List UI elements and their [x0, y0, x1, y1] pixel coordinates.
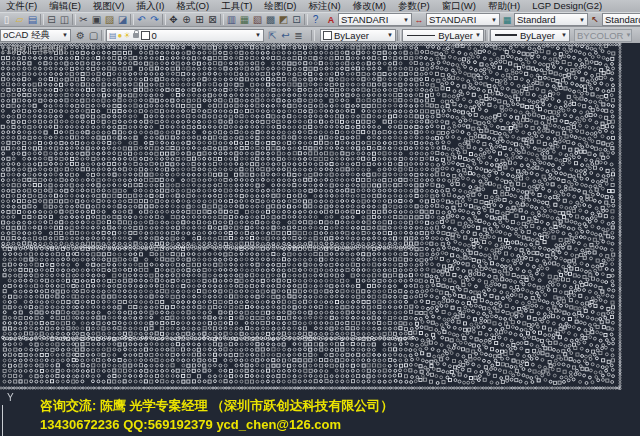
chevron-down-icon: ▼	[60, 32, 68, 38]
style-value: Standard	[517, 14, 556, 25]
menu-item-6[interactable]: 工具(T)	[215, 0, 258, 12]
chevron-down-icon: ▼	[401, 17, 409, 23]
contact-line-2: 13430672236 QQ:569192379 ycd_chen@126.co…	[40, 415, 393, 434]
drawing-canvas[interactable]	[0, 43, 640, 436]
lineweight-dropdown[interactable]: ByLayer ▼	[490, 29, 570, 42]
style-value: Standard	[605, 14, 640, 25]
menu-item-13[interactable]: LGP Design(G2)	[526, 0, 608, 12]
linetype-dropdown[interactable]: ByLayer ▼	[402, 29, 484, 42]
redo-icon[interactable]: ↷	[148, 13, 161, 26]
cut-icon[interactable]: ✂	[77, 13, 90, 26]
toolbar-separator	[101, 30, 105, 41]
display-settings-icon[interactable]: ▢	[87, 29, 100, 42]
menu-item-8[interactable]: 标注(N)	[303, 0, 347, 12]
menu-item-10[interactable]: 参数(P)	[392, 0, 436, 12]
mleader-style-icon[interactable]: ↖	[588, 13, 602, 26]
print-icon[interactable]: ⊟	[45, 13, 58, 26]
menu-item-5[interactable]: 格式(O)	[170, 0, 215, 12]
chevron-down-icon: ▼	[559, 32, 567, 38]
toolbar-standard: ▯▱▤⊟◫✂▣▨◪↶↷✥⊕⊞⊠▥▦▧▩◩⊡? ASTANDARI▼↔STANDA…	[0, 12, 640, 26]
copy-icon[interactable]: ▣	[90, 13, 103, 26]
plot-preview-icon[interactable]: ◫	[58, 13, 71, 26]
toolbar-separator	[40, 14, 44, 25]
menu-item-4[interactable]: 插入(I)	[130, 0, 170, 12]
chevron-down-icon: ▼	[623, 32, 631, 38]
undo-icon[interactable]: ↶	[135, 13, 148, 26]
table-style-icon[interactable]: ▦	[500, 13, 514, 26]
toolbar-separator	[162, 14, 166, 25]
match-properties-icon[interactable]: ◪	[116, 13, 129, 26]
make-object-layer-current-icon[interactable]: ⇱	[266, 29, 279, 42]
styles-toolbar: ASTANDARI▼↔STANDARI▼▦Standard▼↖Standard	[324, 13, 640, 26]
toolbar-separator	[397, 30, 401, 41]
workspace-value: oCAD 经典	[3, 29, 50, 42]
help-icon[interactable]: ?	[309, 13, 322, 26]
menu-item-11[interactable]: 窗口(W)	[436, 0, 482, 12]
sheetset-icon[interactable]: ▩	[264, 13, 277, 26]
workspace-dropdown[interactable]: oCAD 经典 ▼	[0, 29, 71, 42]
standard-icons-group: ▯▱▤⊟◫✂▣▨◪↶↷✥⊕⊞⊠▥▦▧▩◩⊡?	[0, 13, 322, 26]
zoom-previous-icon[interactable]: ⊠	[206, 13, 219, 26]
dim-style-icon[interactable]: ↔	[412, 13, 426, 26]
pan-icon[interactable]: ✥	[167, 13, 180, 26]
layer-freeze-icon[interactable]: ☀	[123, 30, 130, 41]
designcenter-icon[interactable]: ▦	[238, 13, 251, 26]
markup-icon[interactable]: ◩	[277, 13, 290, 26]
toolbar-separator	[485, 30, 489, 41]
menu-item-7[interactable]: 绘图(D)	[258, 0, 302, 12]
lineweight-sample	[495, 34, 517, 36]
drawing-area: [-][俯视][二维线框] 咨询交流: 陈鹰 光学专案经理 （深圳市跃创达科技有…	[0, 43, 640, 436]
menu-bar: 文件(F)编辑(E)视图(V)插入(I)格式(O)工具(T)绘图(D)标注(N)…	[0, 0, 640, 12]
menu-item-12[interactable]: 帮助(H)	[482, 0, 526, 12]
zoom-window-icon[interactable]: ⊞	[193, 13, 206, 26]
color-dropdown[interactable]: ByLayer ▼	[320, 29, 396, 42]
gear-icon[interactable]: ⚙	[74, 29, 87, 42]
style-value: STANDARI	[341, 14, 388, 25]
text-style-icon[interactable]: A	[324, 13, 338, 26]
toolbar-separator	[311, 30, 315, 41]
text-style-dropdown[interactable]: STANDARI▼	[338, 13, 412, 26]
zoom-realtime-icon[interactable]: ⊕	[180, 13, 193, 26]
viewport-controls-label[interactable]: [-][俯视][二维线框]	[2, 44, 66, 55]
contact-line-1: 咨询交流: 陈鹰 光学专案经理 （深圳市跃创达科技有限公司）	[40, 396, 393, 415]
layer-lock-icon[interactable]	[133, 33, 139, 38]
paste-icon[interactable]: ▨	[103, 13, 116, 26]
toolpalettes-icon[interactable]: ▧	[251, 13, 264, 26]
toolbar-separator	[304, 14, 308, 25]
properties-icon[interactable]: ▥	[225, 13, 238, 26]
layer-filter-icon: ▤	[109, 30, 117, 41]
layer-name: 0	[152, 30, 157, 41]
layer-dropdown[interactable]: ▤ ● ☀ 0 ▼	[106, 29, 264, 42]
layer-color-swatch	[141, 31, 150, 40]
menu-item-2[interactable]: 编辑(E)	[43, 0, 87, 12]
lineweight-value: ByLayer	[520, 30, 555, 41]
color-value: ByLayer	[334, 30, 369, 41]
toolbar-separator	[72, 14, 76, 25]
chevron-down-icon: ▼	[489, 17, 497, 23]
color-swatch	[323, 31, 332, 40]
linetype-sample	[407, 35, 435, 36]
menu-item-1[interactable]: 文件(F)	[0, 0, 43, 12]
toolbar-separator	[220, 14, 224, 25]
layer-on-icon[interactable]: ●	[118, 30, 123, 41]
table-style-dropdown[interactable]: Standard▼	[514, 13, 588, 26]
layer-states-icon[interactable]: ≣	[292, 29, 305, 42]
chevron-down-icon: ▼	[577, 17, 585, 23]
menu-item-9[interactable]: 修改(M)	[347, 0, 392, 12]
quickcalc-icon[interactable]: ⊡	[290, 13, 303, 26]
layer-previous-icon[interactable]: ↩	[279, 29, 292, 42]
style-value: STANDARI	[429, 14, 476, 25]
chevron-down-icon: ▼	[385, 32, 393, 38]
dim-style-dropdown[interactable]: STANDARI▼	[426, 13, 500, 26]
contact-overlay-text: 咨询交流: 陈鹰 光学专案经理 （深圳市跃创达科技有限公司） 134306722…	[40, 396, 393, 434]
menu-item-3[interactable]: 视图(V)	[87, 0, 131, 12]
new-file-icon[interactable]: ▯	[0, 13, 13, 26]
toolbar-separator	[130, 14, 134, 25]
open-file-icon[interactable]: ▱	[13, 13, 26, 26]
chevron-down-icon: ▼	[253, 32, 261, 38]
save-icon[interactable]: ▤	[26, 13, 39, 26]
mleader-style-dropdown[interactable]: Standard	[602, 13, 640, 26]
autocad-window: 文件(F)编辑(E)视图(V)插入(I)格式(O)工具(T)绘图(D)标注(N)…	[0, 0, 640, 436]
plotstyle-value: BYCOLOR	[577, 30, 623, 41]
plotstyle-dropdown: BYCOLOR ▼	[574, 29, 632, 42]
